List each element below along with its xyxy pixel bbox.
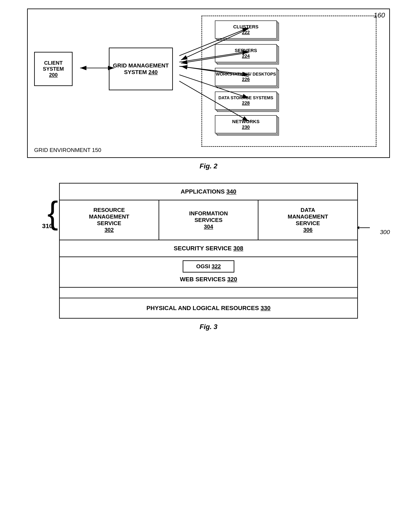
datastorage-label: DATA STORAGE SYSTEMS bbox=[218, 95, 273, 100]
data-management-cell: DATAMANAGEMENTSERVICE 306 bbox=[259, 200, 357, 240]
resource-mgmt-label: RESOURCEMANAGEMENTSERVICE bbox=[89, 207, 129, 227]
fig3-security-row: SECURITY SERVICE 308 bbox=[60, 240, 357, 257]
fig2-outer-box: 160 CLIENT SYSTEM 200 GRID MANAGEMENT SY… bbox=[27, 9, 390, 158]
ogsi-box: OGSI 322 bbox=[64, 260, 353, 274]
fig3-webservices-row: OGSI 322 WEB SERVICES 320 bbox=[60, 257, 357, 288]
ogsi-inner: OGSI 322 bbox=[183, 260, 234, 272]
information-services-cell: INFORMATIONSERVICES 304 bbox=[159, 200, 259, 240]
fig3-diagram: 310 { 300 APPLICATIONS 340 RESOURCEMANAG… bbox=[59, 183, 358, 331]
resource-management-cell: RESOURCEMANAGEMENTSERVICE 302 bbox=[60, 200, 159, 240]
networks-box: NETWORKS 230 bbox=[215, 115, 279, 136]
web-services-label: WEB SERVICES 320 bbox=[64, 276, 353, 283]
ws-text: WEB SERVICES bbox=[180, 276, 227, 282]
info-services-label: INFORMATIONSERVICES bbox=[189, 210, 228, 223]
physical-label: PHYSICAL AND LOGICAL RESOURCES bbox=[146, 305, 261, 311]
fig2-caption: Fig. 2 bbox=[27, 162, 390, 170]
grid-management-box: GRID MANAGEMENT SYSTEM 240 bbox=[109, 48, 173, 90]
applications-number: 340 bbox=[226, 188, 237, 195]
fig3-applications-row: APPLICATIONS 340 bbox=[60, 184, 357, 200]
fig3-spacer bbox=[60, 288, 357, 298]
fig3-physical-row: PHYSICAL AND LOGICAL RESOURCES 330 bbox=[60, 298, 357, 318]
applications-label: APPLICATIONS bbox=[181, 188, 226, 195]
data-mgmt-label: DATAMANAGEMENTSERVICE bbox=[288, 207, 328, 227]
servers-box: SERVERS 224 bbox=[215, 44, 279, 64]
datastorage-number: 228 bbox=[242, 100, 250, 106]
arrow-300: 300 bbox=[357, 221, 390, 236]
clusters-label: CLUSTERS bbox=[233, 24, 259, 30]
fig2-diagram: 160 CLIENT SYSTEM 200 GRID MANAGEMENT SY… bbox=[27, 9, 390, 170]
fig3-middle-section: RESOURCEMANAGEMENTSERVICE 302 INFORMATIO… bbox=[60, 200, 357, 240]
workstations-label: WORKSTATIONS/ DESKTOPS bbox=[216, 72, 276, 77]
data-mgmt-number: 306 bbox=[303, 227, 313, 233]
clusters-box: CLUSTERS 222 bbox=[215, 21, 279, 41]
fig3-outer-box: APPLICATIONS 340 RESOURCEMANAGEMENTSERVI… bbox=[59, 183, 358, 319]
label-300: 300 bbox=[380, 229, 390, 235]
security-label: SECURITY SERVICE bbox=[174, 245, 233, 252]
networks-number: 230 bbox=[242, 125, 250, 130]
fig3-caption: Fig. 3 bbox=[59, 323, 358, 331]
workstations-number: 226 bbox=[242, 77, 250, 82]
clusters-number: 222 bbox=[242, 30, 250, 35]
ogsi-number: 322 bbox=[211, 263, 221, 270]
servers-label: SERVERS bbox=[235, 48, 257, 53]
svg-marker-12 bbox=[357, 226, 359, 229]
ogsi-label: OGSI bbox=[196, 263, 211, 270]
client-system-number: 200 bbox=[49, 72, 58, 78]
arrow-300-svg bbox=[357, 221, 378, 234]
servers-number: 224 bbox=[242, 53, 250, 59]
brace-310-symbol: { bbox=[47, 197, 58, 229]
datastorage-box: DATA STORAGE SYSTEMS 228 bbox=[215, 92, 279, 112]
ws-number: 320 bbox=[227, 276, 237, 282]
physical-number: 330 bbox=[261, 305, 271, 311]
grid-environment-label: GRID ENVIRONMENT 150 bbox=[34, 147, 101, 153]
grid-mgmt-label: GRID MANAGEMENT SYSTEM 240 bbox=[109, 62, 172, 75]
resource-mgmt-number: 302 bbox=[104, 227, 114, 233]
dashed-resource-region: CLUSTERS 222 SERVERS 224 bbox=[201, 16, 376, 147]
security-number: 308 bbox=[233, 245, 243, 252]
networks-label: NETWORKS bbox=[232, 119, 260, 125]
workstations-box: WORKSTATIONS/ DESKTOPS 226 bbox=[215, 68, 279, 88]
grid-mgmt-number: 240 bbox=[148, 69, 157, 75]
info-services-number: 304 bbox=[204, 223, 213, 230]
client-system-box: CLIENT SYSTEM 200 bbox=[34, 52, 73, 86]
client-system-label: CLIENT SYSTEM bbox=[35, 60, 72, 72]
